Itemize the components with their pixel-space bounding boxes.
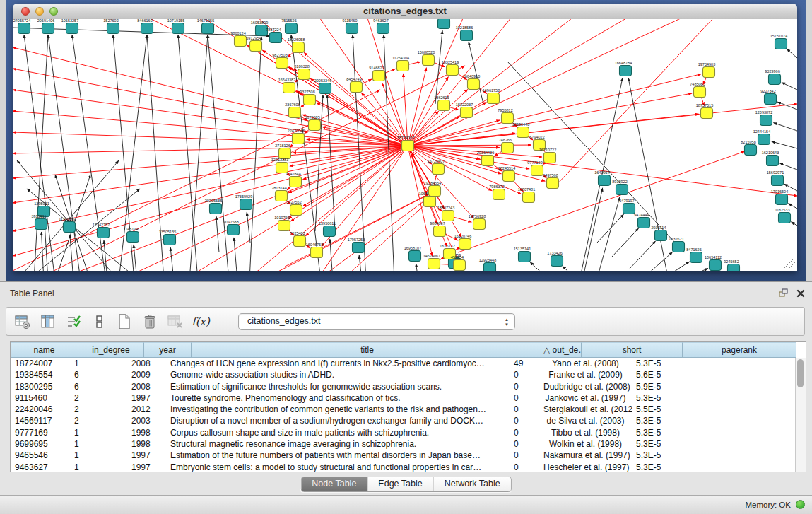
show-columns-button[interactable]	[39, 313, 57, 331]
graph-node[interactable]: 17359929	[235, 194, 252, 210]
graph-node[interactable]: 16958107	[404, 246, 421, 262]
graph-node[interactable]: 9097588	[223, 220, 239, 235]
graph-node[interactable]: 12093872	[755, 110, 772, 126]
graph-node[interactable]: 7515526	[281, 19, 297, 34]
graph-node[interactable]: 2935114	[651, 226, 666, 241]
delete-column-button[interactable]	[141, 313, 159, 331]
graph-node[interactable]: 1167533	[775, 208, 790, 223]
graph-node[interactable]: 7625402	[290, 231, 305, 247]
table-row[interactable]: 1830029562008Estimation of significance …	[11, 381, 806, 392]
graph-node[interactable]: 16210643	[762, 151, 779, 166]
graph-node[interactable]: 8215958	[741, 140, 756, 156]
graph-node[interactable]: 16120746	[454, 234, 471, 250]
graph-node[interactable]: 15692971	[767, 170, 784, 186]
table-row[interactable]: 911546021997Tourette syndrome. Phenomeno…	[11, 392, 806, 404]
graph-node[interactable]: 18325419	[442, 60, 459, 76]
graph-node[interactable]: 8471626	[686, 247, 702, 263]
graph-node[interactable]: 746266	[499, 138, 514, 153]
graph-node[interactable]: 9146821	[369, 66, 384, 81]
graph-node[interactable]: 7632621	[669, 237, 684, 252]
tab-edge-table[interactable]: Edge Table	[367, 477, 433, 491]
graph-node[interactable]: 8813054	[434, 19, 449, 29]
graph-node[interactable]: 1010753	[274, 216, 290, 231]
graph-node[interactable]: 15135141	[514, 247, 531, 262]
table-row[interactable]: 1872400712008Changes of HCN gene express…	[11, 358, 806, 369]
graph-node[interactable]: 16640910	[463, 74, 480, 90]
graph-node[interactable]: 20206536	[205, 199, 222, 214]
table-selector-dropdown[interactable]: citations_edges.txt ▲▼	[238, 313, 515, 330]
table-row[interactable]: 969969511998Structural magnetic resonanc…	[11, 438, 806, 450]
graph-node[interactable]: 17957253	[348, 238, 365, 253]
graph-node[interactable]: 9242844	[286, 172, 301, 187]
graph-node[interactable]: 20691406	[37, 19, 54, 34]
graph-node[interactable]: 17016504	[771, 189, 788, 205]
column-header-name[interactable]: name	[11, 342, 78, 358]
graph-node[interactable]: 16543382	[278, 78, 295, 93]
close-panel-icon[interactable]	[796, 288, 805, 300]
window-resize-grip[interactable]	[784, 259, 795, 269]
column-header-title[interactable]: title	[192, 342, 543, 358]
graph-node[interactable]: 9227342	[760, 89, 776, 105]
graph-node[interactable]: 14524861	[423, 254, 440, 269]
graph-node[interactable]: 11156869	[59, 217, 76, 233]
table-row[interactable]: 946362711997Embryonic stem cells: a mode…	[11, 462, 806, 473]
graph-node[interactable]: 6479197	[619, 199, 635, 214]
graph-node[interactable]: 5912954	[246, 36, 261, 52]
graph-node[interactable]: 15688520	[418, 50, 435, 66]
graph-node[interactable]: 1733426	[547, 251, 563, 267]
graph-node[interactable]: 8466160	[137, 19, 153, 34]
network-window-titlebar[interactable]: citations_edges.txt	[13, 4, 797, 20]
table-row[interactable]: 1456911722003Disruption of a novel membe…	[11, 415, 806, 426]
graph-node[interactable]: 3427552	[286, 200, 302, 216]
graph-node[interactable]: 16648784	[615, 61, 632, 76]
function-builder-button[interactable]: f(x)	[192, 313, 210, 331]
graph-node[interactable]: 9827503	[272, 53, 288, 69]
select-rows-button[interactable]	[64, 313, 83, 331]
graph-node[interactable]: 9463627	[373, 19, 389, 34]
graph-node[interactable]: 3915911	[31, 214, 47, 230]
graph-node[interactable]: 1640954	[594, 170, 610, 186]
graph-node[interactable]: 8454749	[346, 77, 362, 93]
column-header-year[interactable]: year	[144, 342, 192, 358]
graph-node[interactable]: 9884067	[430, 221, 445, 237]
column-header-pagerank[interactable]: pagerank	[683, 342, 796, 358]
graph-node[interactable]: 9245652	[724, 259, 739, 271]
column-header-out_de[interactable]: △ out_de…	[543, 342, 582, 358]
graph-node[interactable]: 18990448	[512, 122, 529, 138]
graph-node[interactable]: 16046758	[306, 243, 323, 258]
graph-node[interactable]: 8938922	[612, 180, 628, 195]
graph-node[interactable]: 10653257	[61, 19, 78, 34]
graph-node[interactable]: 12923448	[479, 258, 496, 271]
graph-node[interactable]: 9474444	[634, 213, 649, 228]
graph-node[interactable]: 24055724	[13, 19, 30, 34]
new-table-button[interactable]	[115, 313, 134, 331]
graph-node[interactable]: 15751074	[770, 34, 787, 49]
table-row[interactable]: 2242004622012Investigating the contribut…	[11, 404, 806, 415]
row-height-button[interactable]	[90, 313, 108, 331]
graph-node[interactable]: 18807243	[437, 206, 454, 221]
graph-node[interactable]: 9115460	[342, 19, 358, 34]
graph-node[interactable]: 10654112	[705, 255, 722, 271]
graph-node[interactable]: 1362615	[434, 95, 449, 111]
graph-node[interactable]: 6497568	[543, 173, 558, 189]
column-header-short[interactable]: short	[582, 342, 683, 358]
table-scrollbar-thumb[interactable]	[797, 359, 804, 387]
graph-node[interactable]: 16961758	[483, 88, 500, 104]
graph-node[interactable]: 14671355	[197, 19, 214, 34]
table-settings-button[interactable]	[13, 313, 32, 331]
graph-node[interactable]: 19218586	[456, 25, 473, 41]
graph-node[interactable]: 20364436	[477, 151, 494, 166]
table-row[interactable]: 1938455462009Genome-wide association stu…	[11, 369, 806, 380]
column-header-in_degree[interactable]: in_degree	[78, 342, 144, 358]
table-row[interactable]: 946554611997Estimation of the future num…	[11, 450, 806, 461]
graph-node[interactable]: 1145194	[123, 227, 139, 243]
tab-network-table[interactable]: Network Table	[434, 477, 511, 491]
graph-node[interactable]: 13950611	[319, 221, 336, 237]
table-scrollbar[interactable]	[795, 358, 806, 472]
graph-node[interactable]: 9329966	[765, 69, 780, 85]
graph-node[interactable]: 7955812	[498, 108, 513, 124]
table-row[interactable]: 977716911998Corpus callosum shape and si…	[11, 427, 806, 438]
graph-node[interactable]: 10807481	[518, 187, 535, 203]
network-canvas[interactable]: 1872400724055724206914061065325715276028…	[13, 19, 797, 271]
float-panel-icon[interactable]	[778, 288, 788, 300]
